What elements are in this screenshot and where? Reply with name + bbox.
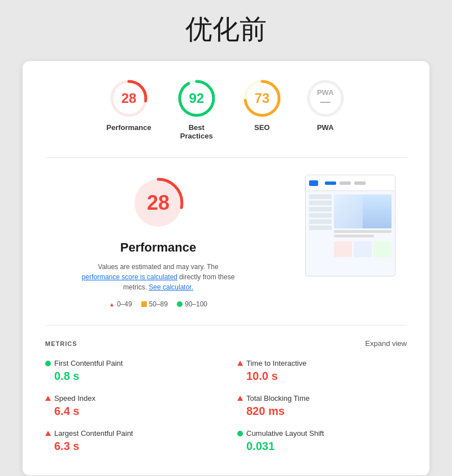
ss-panel-item	[309, 207, 332, 211]
score-performance: 28 Performance	[106, 78, 151, 140]
ss-panel-item	[309, 201, 332, 205]
scores-row: 28 Performance 92 Best Practices 7	[45, 78, 407, 158]
perf-right	[294, 175, 407, 308]
score-label-performance: Performance	[106, 123, 151, 132]
triangle-red-icon: ▲	[109, 301, 115, 308]
metric-value-cls: 0.031	[237, 440, 407, 453]
metric-largest-contentful-paint: Largest Contentful Paint 6.3 s	[45, 429, 215, 453]
metric-name-tbt: Total Blocking Time	[246, 394, 310, 403]
ss-panel-item	[309, 194, 332, 199]
metric-name-fcp: First Contentful Paint	[54, 359, 123, 367]
metrics-grid: First Contentful Paint 0.8 s Time to Int…	[45, 359, 407, 453]
metric-name-row-fcp: First Contentful Paint	[45, 359, 215, 367]
metric-name-row-tti: Time to Interactive	[237, 359, 407, 367]
metric-value-fcp: 0.8 s	[45, 370, 215, 383]
ss-product	[354, 241, 372, 257]
ss-product	[373, 241, 392, 257]
screenshot-preview	[305, 175, 395, 276]
big-score-value: 28	[147, 191, 169, 215]
ss-main-content	[334, 194, 392, 272]
ss-left-panel	[309, 194, 332, 272]
legend-green: 90–100	[177, 300, 207, 308]
performance-detail: 28 Performance Values are estimated and …	[45, 158, 407, 326]
metrics-label: METRICS	[45, 340, 77, 347]
ss-nav-item	[354, 181, 366, 185]
metric-name-si: Speed Index	[54, 394, 95, 403]
metric-time-to-interactive: Time to Interactive 10.0 s	[237, 359, 407, 383]
legend-row: ▲ 0–49 50–89 90–100	[109, 300, 207, 308]
pwa-dash: —	[320, 97, 331, 108]
score-value-seo: 73	[254, 90, 270, 106]
metric-name-tti: Time to Interactive	[246, 359, 306, 367]
score-circle-performance: 28	[108, 78, 149, 119]
metric-total-blocking-time: Total Blocking Time 820 ms	[237, 394, 407, 418]
legend-red-range: 0–49	[117, 300, 132, 308]
score-label-pwa: PWA	[317, 123, 334, 132]
performance-title: Performance	[120, 240, 197, 255]
score-value-best-practices: 92	[189, 90, 204, 106]
dot-green-icon-cls	[237, 431, 243, 436]
score-circle-seo: 73	[242, 78, 282, 119]
score-seo: 73 SEO	[242, 78, 282, 140]
main-card: 28 Performance 92 Best Practices 7	[23, 61, 429, 475]
score-value-performance: 28	[121, 90, 137, 106]
ss-nav	[325, 181, 366, 185]
pwa-text: PWA	[317, 89, 334, 97]
legend-orange-range: 50–89	[149, 300, 168, 308]
page-title: 优化前	[185, 11, 267, 47]
ss-hero-bg	[363, 194, 392, 228]
expand-view-button[interactable]: Expand view	[365, 339, 407, 348]
ss-products	[334, 241, 392, 257]
ss-text-line	[334, 230, 392, 233]
ss-panel-item	[309, 226, 332, 230]
metric-value-tbt: 820 ms	[237, 405, 407, 418]
ss-logo	[309, 180, 318, 186]
score-circle-pwa: PWA —	[305, 78, 346, 119]
metric-name-lcp: Largest Contentful Paint	[54, 429, 133, 438]
score-pwa: PWA — PWA	[305, 78, 346, 140]
ss-panel-item	[309, 213, 332, 218]
ss-nav-item	[325, 181, 336, 185]
metric-value-si: 6.4 s	[45, 405, 215, 418]
performance-description: Values are estimated and may vary. The p…	[79, 262, 237, 292]
metrics-header: METRICS Expand view	[45, 339, 407, 348]
score-label-best-practices: Best Practices	[174, 123, 219, 140]
metric-name-row-lcp: Largest Contentful Paint	[45, 429, 215, 438]
legend-green-range: 90–100	[185, 300, 207, 308]
legend-orange: 50–89	[141, 300, 168, 308]
metric-name-row-si: Speed Index	[45, 394, 215, 403]
score-circle-best-practices: 92	[176, 78, 217, 119]
triangle-red-icon-si	[45, 396, 51, 401]
ss-product	[334, 241, 352, 257]
triangle-red-icon-tti	[237, 361, 243, 366]
square-orange-icon	[141, 301, 147, 307]
big-score-circle: 28	[130, 175, 186, 231]
metric-first-contentful-paint: First Contentful Paint 0.8 s	[45, 359, 215, 383]
dot-green-icon	[45, 361, 51, 366]
screenshot-topbar	[306, 175, 395, 191]
metric-value-lcp: 6.3 s	[45, 440, 215, 453]
metric-speed-index: Speed Index 6.4 s	[45, 394, 215, 418]
metric-name-row-cls: Cumulative Layout Shift	[237, 429, 407, 438]
ss-text-line-short	[334, 235, 374, 237]
triangle-red-icon-lcp	[45, 431, 51, 436]
metrics-section: METRICS Expand view First Contentful Pai…	[45, 326, 407, 453]
ss-panel-item	[309, 219, 332, 224]
metric-name-cls: Cumulative Layout Shift	[246, 429, 324, 438]
perf-score-link[interactable]: performance score is calculated	[82, 273, 177, 281]
score-label-seo: SEO	[254, 123, 270, 132]
legend-red: ▲ 0–49	[109, 300, 132, 308]
perf-left: 28 Performance Values are estimated and …	[45, 175, 271, 308]
score-best-practices: 92 Best Practices	[174, 78, 219, 140]
triangle-red-icon-tbt	[237, 396, 243, 401]
screenshot-body	[306, 191, 395, 276]
circle-green-icon	[177, 301, 182, 307]
metric-name-row-tbt: Total Blocking Time	[237, 394, 407, 403]
ss-hero-image	[334, 194, 392, 228]
ss-nav-item	[340, 181, 351, 185]
calculator-link[interactable]: See calculator.	[149, 283, 193, 291]
metric-value-tti: 10.0 s	[237, 370, 407, 383]
metric-cumulative-layout-shift: Cumulative Layout Shift 0.031	[237, 429, 407, 453]
